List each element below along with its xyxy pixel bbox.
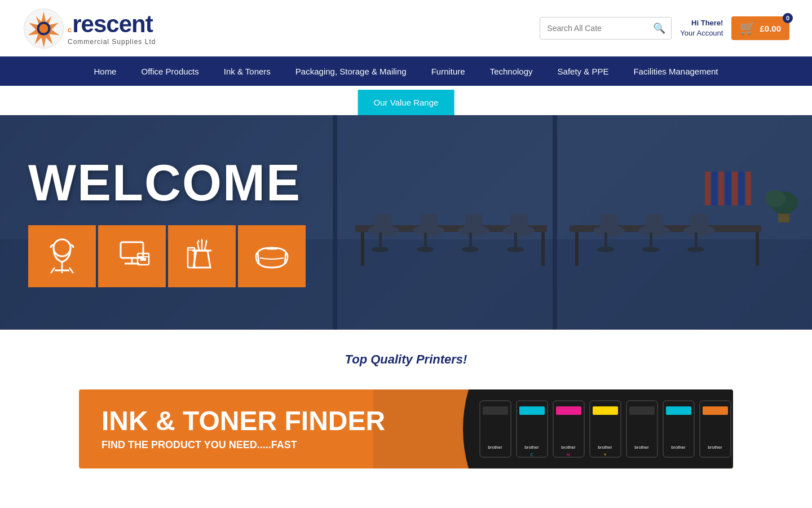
nav-item-facilities[interactable]: Facilities Management bbox=[621, 56, 730, 86]
svg-text:brother: brother bbox=[671, 445, 686, 450]
svg-point-3 bbox=[39, 24, 48, 33]
banner-image: brother brother C brother M brother Y bbox=[373, 389, 733, 468]
nav-item-furniture[interactable]: Furniture bbox=[419, 56, 478, 86]
nav-wrapper: Home Office Products Ink & Toners Packag… bbox=[0, 56, 812, 86]
banner-text-area: INK & TONER FINDER FIND THE PRODUCT YOU … bbox=[102, 408, 385, 451]
logo-tagline: Commercial Supplies Ltd bbox=[68, 38, 156, 46]
ink-toner-banner[interactable]: INK & TONER FINDER FIND THE PRODUCT YOU … bbox=[79, 389, 733, 468]
hero-icon-desk[interactable] bbox=[98, 225, 166, 287]
cart-icon: 🛒 bbox=[740, 21, 755, 36]
nav-item-ink-toners[interactable]: Ink & Toners bbox=[211, 56, 283, 86]
logo-brand: rescent bbox=[72, 11, 152, 38]
subtitle-text: Top Quality Printers! bbox=[345, 352, 467, 366]
banner-section: INK & TONER FINDER FIND THE PRODUCT YOU … bbox=[0, 378, 812, 491]
hero-icon-mask[interactable] bbox=[238, 225, 306, 287]
cart-badge: 0 bbox=[783, 13, 793, 23]
svg-line-58 bbox=[69, 268, 73, 273]
svg-rect-88 bbox=[593, 406, 618, 415]
main-nav: Home Office Products Ink & Toners Packag… bbox=[81, 56, 730, 86]
search-bar: 🔍 bbox=[540, 17, 672, 40]
nav-item-packaging[interactable]: Packaging, Storage & Mailing bbox=[283, 56, 419, 86]
account-area: Hi There! Your Account bbox=[680, 18, 723, 38]
svg-marker-71 bbox=[205, 239, 208, 242]
nav-item-technology[interactable]: Technology bbox=[478, 56, 545, 86]
svg-rect-95 bbox=[666, 406, 691, 415]
svg-text:Y: Y bbox=[604, 453, 607, 457]
cart-button[interactable]: 0 🛒 £0.00 bbox=[731, 16, 789, 40]
svg-text:brother: brother bbox=[524, 445, 539, 450]
nav-item-home[interactable]: Home bbox=[81, 56, 129, 86]
header-right: 🔍 Hi There! Your Account 0 🛒 £0.00 bbox=[540, 16, 789, 40]
greeting-text: Hi There! bbox=[680, 18, 723, 28]
nav-bar: Home Office Products Ink & Toners Packag… bbox=[0, 56, 812, 86]
logo-text: c rescent Commercial Supplies Ltd bbox=[68, 11, 156, 46]
banner-subtitle: FIND THE PRODUCT YOU NEED.....FAST bbox=[102, 439, 385, 451]
hero-icon-chair[interactable] bbox=[28, 225, 96, 287]
search-input[interactable] bbox=[540, 24, 647, 33]
svg-point-53 bbox=[54, 239, 70, 256]
svg-text:brother: brother bbox=[708, 445, 722, 450]
svg-text:M: M bbox=[567, 453, 570, 457]
banner-title: INK & TONER FINDER bbox=[102, 408, 385, 435]
svg-text:brother: brother bbox=[561, 445, 576, 450]
value-range-tab[interactable]: Our Value Range bbox=[358, 90, 454, 115]
subtitle-section: Top Quality Printers! bbox=[0, 330, 812, 378]
svg-text:brother: brother bbox=[598, 445, 612, 450]
header: c rescent Commercial Supplies Ltd 🔍 Hi T… bbox=[0, 0, 812, 56]
svg-marker-69 bbox=[201, 238, 203, 241]
svg-text:brother: brother bbox=[634, 445, 649, 450]
svg-rect-59 bbox=[121, 242, 143, 258]
svg-marker-67 bbox=[197, 239, 200, 242]
svg-text:brother: brother bbox=[488, 445, 502, 450]
account-link[interactable]: Your Account bbox=[680, 29, 723, 37]
svg-rect-77 bbox=[483, 406, 508, 415]
value-range-label: Our Value Range bbox=[374, 98, 439, 107]
nav-item-safety[interactable]: Safety & PPE bbox=[545, 56, 621, 86]
hero-icon-stationery[interactable] bbox=[168, 225, 236, 287]
hero-icon-boxes bbox=[28, 225, 812, 287]
nav-item-office-products[interactable]: Office Products bbox=[129, 56, 211, 86]
svg-rect-64 bbox=[140, 258, 146, 261]
search-button[interactable]: 🔍 bbox=[647, 17, 671, 39]
welcome-text: WELCOME bbox=[28, 157, 812, 208]
cart-price: £0.00 bbox=[760, 24, 781, 33]
svg-rect-84 bbox=[556, 406, 581, 415]
svg-text:C: C bbox=[530, 453, 533, 457]
svg-rect-92 bbox=[629, 406, 655, 415]
hero-content: WELCOME bbox=[0, 115, 812, 330]
svg-line-56 bbox=[51, 268, 55, 273]
svg-rect-80 bbox=[519, 406, 545, 415]
svg-rect-98 bbox=[703, 406, 728, 415]
logo-area[interactable]: c rescent Commercial Supplies Ltd bbox=[23, 7, 156, 50]
hero-section: WELCOME bbox=[0, 115, 812, 330]
svg-line-66 bbox=[197, 242, 199, 250]
logo-icon bbox=[23, 7, 65, 50]
svg-line-70 bbox=[205, 242, 206, 250]
